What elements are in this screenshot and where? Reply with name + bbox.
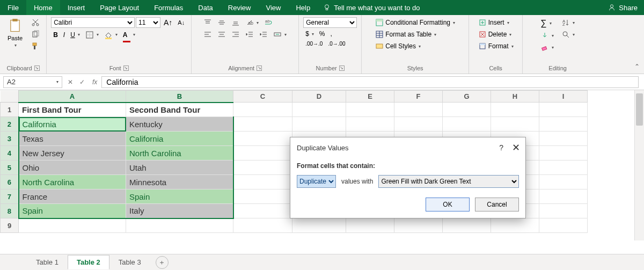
name-box[interactable]: A2 ▾	[3, 76, 62, 88]
cell-B6[interactable]: Minnesota	[126, 175, 233, 189]
paste-button[interactable]: Paste ▾	[4, 17, 26, 49]
comma-button[interactable]: ,	[328, 29, 334, 39]
column-header-H[interactable]: H	[491, 91, 539, 103]
align-center-button[interactable]	[215, 29, 228, 40]
tab-data[interactable]: Data	[191, 0, 220, 15]
dialog-mode-select[interactable]: Duplicate	[297, 175, 336, 188]
cell-A8[interactable]: Spain	[19, 204, 126, 218]
sheet-tab-table 3[interactable]: Table 3	[109, 255, 150, 269]
row-header-9[interactable]: 9	[1, 218, 19, 233]
italic-button[interactable]: I	[61, 30, 67, 40]
cell-G1[interactable]	[443, 103, 491, 117]
tab-home[interactable]: Home	[26, 0, 60, 15]
cell-A6[interactable]: North Carolina	[19, 175, 126, 189]
cell-B2[interactable]: Kentucky	[126, 117, 233, 132]
increase-indent-button[interactable]	[257, 29, 270, 40]
dialog-help-button[interactable]: ?	[499, 143, 503, 152]
insert-function-button[interactable]: fx	[88, 78, 101, 86]
clipboard-dialog-launcher[interactable]: ↘	[34, 65, 40, 71]
column-header-D[interactable]: D	[292, 91, 346, 103]
cell-A1[interactable]: First Band Tour	[19, 103, 126, 117]
format-as-table-button[interactable]: Format as Table▾	[373, 29, 438, 40]
tab-insert[interactable]: Insert	[60, 0, 93, 15]
enter-formula-button[interactable]: ✓	[76, 78, 88, 86]
cell-B4[interactable]: North Carolina	[126, 146, 233, 160]
cell-A2[interactable]: California	[19, 117, 126, 132]
cell-B5[interactable]: Utah	[126, 160, 233, 175]
percent-button[interactable]: %	[317, 29, 327, 39]
cell-I3[interactable]	[539, 132, 588, 146]
cell-A3[interactable]: Texas	[19, 132, 126, 146]
cell-B8[interactable]: Italy	[126, 204, 233, 218]
merge-center-button[interactable]: ▾	[271, 29, 289, 40]
cell-C5[interactable]	[233, 160, 292, 175]
align-top-button[interactable]	[201, 17, 214, 28]
sheet-tab-table 1[interactable]: Table 1	[27, 255, 68, 269]
conditional-formatting-button[interactable]: Conditional Formatting▾	[373, 17, 457, 28]
cell-F1[interactable]	[394, 103, 443, 117]
align-bottom-button[interactable]	[229, 17, 242, 28]
increase-decimal-button[interactable]: .00→.0	[303, 40, 325, 48]
row-header-2[interactable]: 2	[1, 117, 19, 132]
font-color-button[interactable]: A▾	[121, 29, 137, 40]
cell-styles-button[interactable]: Cell Styles▾	[373, 41, 423, 52]
cell-F2[interactable]	[394, 117, 443, 132]
tab-file[interactable]: File	[0, 0, 26, 15]
row-header-7[interactable]: 7	[1, 189, 19, 204]
scrollbar-thumb[interactable]	[636, 93, 643, 126]
cell-A5[interactable]: Ohio	[19, 160, 126, 175]
cell-E1[interactable]	[346, 103, 394, 117]
cell-B7[interactable]: Spain	[126, 189, 233, 204]
share-button[interactable]: Share	[602, 0, 644, 15]
column-header-I[interactable]: I	[539, 91, 588, 103]
tab-review[interactable]: Review	[221, 0, 259, 15]
cell-D9[interactable]	[292, 218, 346, 233]
column-header-G[interactable]: G	[443, 91, 491, 103]
font-size-select[interactable]: 11	[136, 17, 160, 28]
column-header-A[interactable]: A	[19, 91, 126, 103]
column-header-E[interactable]: E	[346, 91, 394, 103]
row-header-1[interactable]: 1	[1, 103, 19, 117]
cell-C2[interactable]	[233, 117, 292, 132]
number-dialog-launcher[interactable]: ↘	[339, 65, 345, 71]
cell-I1[interactable]	[539, 103, 588, 117]
cell-C7[interactable]	[233, 189, 292, 204]
cell-C9[interactable]	[233, 218, 292, 233]
new-sheet-button[interactable]: ＋	[156, 256, 169, 269]
column-header-C[interactable]: C	[233, 91, 292, 103]
cell-D2[interactable]	[292, 117, 346, 132]
cell-I4[interactable]	[539, 146, 588, 160]
currency-button[interactable]: $▾	[303, 29, 316, 39]
find-select-button[interactable]: ▾	[559, 29, 577, 40]
borders-button[interactable]: ▾	[83, 30, 101, 40]
cell-I2[interactable]	[539, 117, 588, 132]
decrease-indent-button[interactable]	[243, 29, 256, 40]
cell-C1[interactable]	[233, 103, 292, 117]
cell-H9[interactable]	[491, 218, 539, 233]
cell-B1[interactable]: Second Band Tour	[126, 103, 233, 117]
formula-input[interactable]	[101, 76, 639, 88]
cell-A4[interactable]: New Jersey	[19, 146, 126, 160]
tab-view[interactable]: View	[258, 0, 288, 15]
cell-I6[interactable]	[539, 175, 588, 189]
cell-I9[interactable]	[539, 218, 588, 233]
underline-button[interactable]: U▾	[68, 30, 82, 40]
vertical-scrollbar[interactable]	[634, 90, 644, 240]
cell-B3[interactable]: California	[126, 132, 233, 146]
cell-A7[interactable]: France	[19, 189, 126, 204]
dialog-close-button[interactable]: ✕	[512, 142, 520, 154]
decrease-decimal-button[interactable]: .0→.00	[326, 40, 347, 48]
align-right-button[interactable]	[229, 29, 242, 40]
delete-cells-button[interactable]: Delete▾	[476, 29, 514, 40]
orientation-button[interactable]: ab▾	[243, 17, 261, 28]
wrap-text-button[interactable]: ab	[262, 17, 275, 28]
cell-G9[interactable]	[443, 218, 491, 233]
decrease-font-button[interactable]: A↓	[175, 18, 187, 27]
cell-C6[interactable]	[233, 175, 292, 189]
cell-C8[interactable]	[233, 204, 292, 218]
dialog-ok-button[interactable]: OK	[426, 198, 470, 211]
align-left-button[interactable]	[201, 29, 214, 40]
sheet-tab-table 2[interactable]: Table 2	[68, 255, 109, 269]
dialog-cancel-button[interactable]: Cancel	[475, 198, 519, 211]
cell-I8[interactable]	[539, 204, 588, 218]
